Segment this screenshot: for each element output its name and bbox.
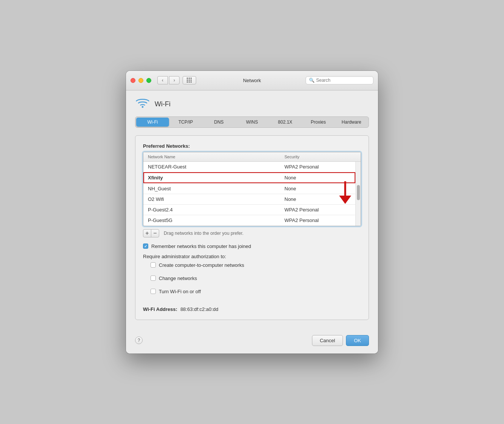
wifi-panel: Preferred Networks: Network Name Securit… [135, 135, 369, 320]
content-area: Wi-Fi Wi-Fi TCP/IP DNS WINS 802.1X Proxi… [126, 90, 378, 329]
wifi-label: Wi-Fi [155, 100, 171, 108]
wifi-icon [135, 98, 150, 110]
ok-button[interactable]: OK [346, 335, 369, 346]
security-cell: WPA2 Personal [280, 216, 355, 225]
remember-networks-label: Remember networks this computer has join… [151, 243, 251, 249]
checkmark-icon: ✓ [144, 244, 147, 248]
admin-option-3[interactable]: Turn Wi-Fi on or off [151, 289, 361, 294]
close-button[interactable] [131, 78, 135, 83]
security-cell: None [280, 184, 355, 193]
chevron-right-icon: › [174, 78, 175, 83]
minimize-button[interactable] [138, 78, 143, 83]
network-name-cell: NH_Guest [143, 184, 280, 193]
col-network-name: Network Name [143, 154, 280, 160]
tab-wifi[interactable]: Wi-Fi [136, 118, 169, 127]
tab-hardware[interactable]: Hardware [335, 118, 368, 127]
help-button[interactable]: ? [135, 337, 143, 344]
titlebar: ‹ › Network 🔍 [126, 71, 378, 90]
scrollbar-thumb [357, 185, 360, 200]
admin-options: Create computer-to-computer networks Cha… [151, 262, 361, 299]
search-box[interactable]: 🔍 [306, 76, 373, 84]
security-cell: None [280, 195, 355, 204]
tab-bar: Wi-Fi TCP/IP DNS WINS 802.1X Proxies Har… [135, 116, 369, 128]
wifi-address-row: Wi-Fi Address: 88:63:df:c2:a0:dd [143, 306, 361, 312]
add-network-button[interactable]: + [143, 229, 151, 237]
wifi-address-label: Wi-Fi Address: [143, 306, 177, 312]
drag-hint: Drag networks into the order you prefer. [164, 231, 243, 236]
forward-button[interactable]: › [169, 76, 180, 84]
maximize-button[interactable] [146, 78, 151, 83]
table-content: NETGEAR-Guest WPA2 Personal Xfinity None… [143, 162, 355, 226]
network-name-cell: NETGEAR-Guest [143, 162, 280, 171]
cancel-button[interactable]: Cancel [312, 335, 343, 346]
window-title: Network [243, 78, 261, 83]
tab-wins[interactable]: WINS [236, 118, 269, 127]
security-cell: WPA2 Personal [280, 205, 355, 214]
security-cell: WPA2 Personal [280, 162, 355, 171]
network-name-cell: O2 Wifi [143, 195, 280, 204]
action-buttons: Cancel OK [312, 335, 369, 346]
table-header: Network Name Security [143, 152, 361, 162]
turn-wifi-label: Turn Wi-Fi on or off [159, 289, 201, 294]
networks-table: Network Name Security NETGEAR-Guest WPA2… [143, 152, 361, 226]
change-networks-checkbox[interactable] [151, 276, 156, 281]
wifi-address-value: 88:63:df:c2:a0:dd [180, 306, 218, 312]
add-remove-row: + − Drag networks into the order you pre… [143, 229, 361, 237]
bottom-bar: ? Cancel OK [126, 329, 378, 354]
table-row[interactable]: O2 Wifi None [143, 194, 355, 205]
chevron-left-icon: ‹ [162, 78, 163, 83]
nav-buttons: ‹ › [157, 76, 180, 84]
network-table-wrapper: Network Name Security NETGEAR-Guest WPA2… [143, 152, 361, 226]
require-admin-label: Require administrator authorization to: [143, 254, 361, 259]
back-button[interactable]: ‹ [157, 76, 168, 84]
network-name-cell: P-Guest2.4 [143, 205, 280, 214]
admin-option-2[interactable]: Change networks [151, 276, 361, 281]
network-window: ‹ › Network 🔍 [126, 71, 378, 354]
preferred-networks-label: Preferred Networks: [143, 143, 361, 149]
remove-network-button[interactable]: − [151, 229, 159, 237]
network-name-cell: P-Guest5G [143, 216, 280, 225]
table-row[interactable]: P-Guest2.4 WPA2 Personal [143, 205, 355, 215]
scrollbar[interactable] [355, 162, 361, 226]
change-networks-label: Change networks [159, 276, 197, 281]
svg-point-0 [142, 106, 144, 108]
security-cell: None [280, 173, 355, 182]
search-icon: 🔍 [309, 78, 315, 83]
computer-to-computer-label: Create computer-to-computer networks [159, 262, 244, 268]
remember-networks-row[interactable]: ✓ Remember networks this computer has jo… [143, 243, 361, 249]
table-row[interactable]: P-Guest5G WPA2 Personal [143, 215, 355, 226]
table-row[interactable]: NH_Guest None [143, 184, 355, 194]
search-input[interactable] [316, 78, 370, 83]
wifi-header: Wi-Fi [135, 98, 369, 110]
network-name-cell: Xfinity [143, 173, 280, 182]
traffic-lights [131, 78, 151, 83]
tab-proxies[interactable]: Proxies [302, 118, 335, 127]
grid-button[interactable] [183, 76, 196, 84]
scrollable-area: NETGEAR-Guest WPA2 Personal Xfinity None… [143, 162, 361, 226]
tab-dns[interactable]: DNS [203, 118, 235, 127]
turn-wifi-checkbox[interactable] [151, 289, 156, 294]
col-security: Security [280, 154, 355, 160]
tab-8021x[interactable]: 802.1X [269, 118, 301, 127]
computer-to-computer-checkbox[interactable] [151, 262, 156, 268]
remember-networks-checkbox[interactable]: ✓ [143, 243, 148, 249]
admin-option-1[interactable]: Create computer-to-computer networks [151, 262, 361, 268]
grid-icon [187, 78, 192, 83]
table-row-selected[interactable]: Xfinity None [143, 172, 355, 184]
tab-tcpip[interactable]: TCP/IP [169, 118, 202, 127]
table-row[interactable]: NETGEAR-Guest WPA2 Personal [143, 162, 355, 172]
